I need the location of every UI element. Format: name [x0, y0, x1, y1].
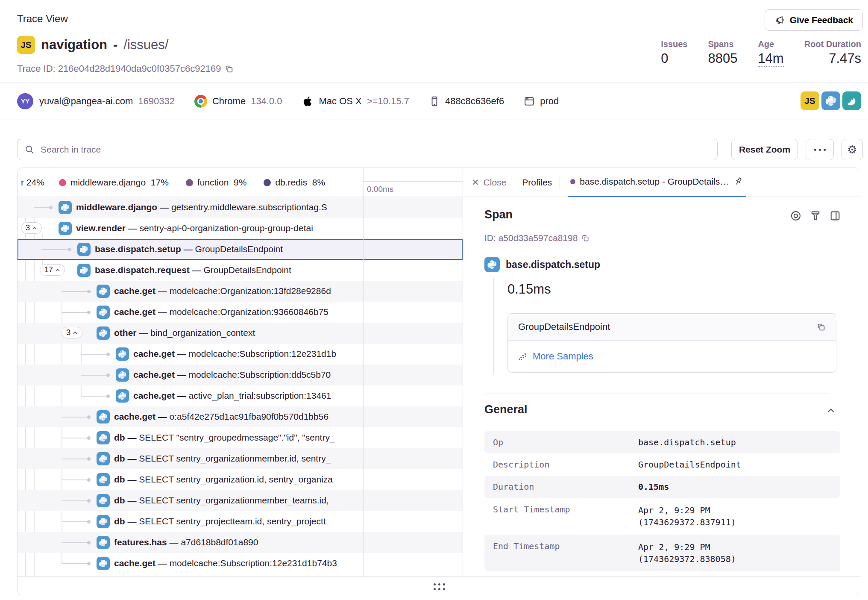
python-icon [97, 285, 110, 298]
focus-span-icon[interactable] [790, 210, 802, 222]
megaphone-icon [774, 15, 785, 25]
trace-span-row[interactable]: cache.get — modelcache:Subscription:dd5c… [18, 365, 463, 385]
legend-item[interactable]: db.redis 8% [264, 177, 325, 188]
connector-line [62, 417, 87, 418]
copy-icon[interactable] [816, 322, 826, 332]
expand-collapse-chip[interactable]: 3 [62, 327, 82, 338]
span-description-card: GroupDetailsEndpoint More Sampl [507, 313, 836, 373]
connector-line [62, 500, 87, 501]
give-feedback-button[interactable]: Give Feedback [765, 9, 863, 31]
device-icon [429, 96, 440, 107]
copy-icon[interactable] [581, 234, 589, 242]
trace-stats: Issues 0 Spans 8805 Age 14m Root Duratio… [661, 39, 861, 67]
connector-line [62, 542, 87, 543]
trace-span-row[interactable]: db — SELECT sentry_organizationmember.id… [18, 448, 463, 469]
span-row-label: cache.get — active_plan_trial:subscripti… [133, 391, 331, 401]
connector-dot [106, 394, 110, 398]
more-samples-link[interactable]: More Samples [533, 351, 593, 362]
connector-line [81, 375, 106, 376]
panel-resize-footer [18, 576, 860, 595]
python-icon [77, 243, 91, 256]
connector-dot [87, 415, 91, 419]
funnel-icon[interactable] [809, 210, 821, 222]
connector-line [62, 563, 87, 564]
stat-age: Age 14m [758, 39, 783, 67]
trace-search[interactable] [17, 139, 718, 160]
user-email: yuval@pangea-ai.com [39, 96, 133, 107]
trace-span-row[interactable]: db — SELECT sentry_organization.id, sent… [18, 469, 463, 490]
collapse-chevron-icon[interactable] [826, 406, 836, 416]
trace-span-row[interactable]: middleware.django — getsentry.middleware… [18, 197, 463, 218]
reset-zoom-button[interactable]: Reset Zoom [731, 139, 798, 160]
trace-span-row[interactable]: cache.get — modelcache:Subscription:12e2… [18, 344, 463, 365]
connector-dot [106, 374, 110, 377]
legend-item[interactable]: function 9% [186, 177, 247, 188]
connector-dot [68, 248, 71, 251]
tab-profiles[interactable]: Profiles [522, 177, 552, 188]
span-row-label: middleware.django — getsentry.middleware… [76, 202, 327, 212]
split-panel-icon[interactable] [829, 210, 841, 222]
trace-span-row[interactable]: 17base.dispatch.request — GroupDetailsEn… [18, 260, 463, 281]
connector-line [81, 396, 106, 397]
pin-icon[interactable] [733, 176, 743, 187]
span-section-heading: Span [484, 208, 513, 221]
span-op-dot-icon [570, 179, 575, 184]
trace-span-row[interactable]: cache.get — modelcache:Subscription:12e2… [18, 553, 463, 574]
connector-line [81, 354, 106, 355]
python-icon [77, 264, 91, 277]
legend-dot-icon [186, 179, 193, 186]
search-input[interactable] [40, 144, 710, 155]
trace-span-row[interactable]: base.dispatch.setup — GroupDetailsEndpoi… [18, 239, 463, 260]
connector-line [62, 438, 87, 438]
ops-breakdown-legend: r 24% middleware.django 17% function 9% … [21, 168, 325, 197]
details-tabbar: ✕ Close Profiles base.dispatch.setup - G… [463, 168, 860, 197]
close-panel-button[interactable]: ✕ Close [472, 177, 506, 188]
trace-span-row[interactable]: cache.get — active_plan_trial:subscripti… [18, 385, 463, 406]
python-icon [59, 201, 72, 214]
python-icon [97, 536, 110, 549]
trace-span-row[interactable]: cache.get — o:a5f42e275d1ac91fba90f0b570… [18, 406, 463, 427]
general-row-start-timestamp: Start Timestamp Apr 2, 9:29 PM(174362937… [484, 498, 840, 535]
device-id: 488c8c636ef6 [445, 96, 504, 107]
copy-icon[interactable] [224, 64, 234, 74]
description-value: GroupDetailsEndpoint [518, 321, 610, 332]
branch-line [493, 278, 494, 374]
python-icon [97, 326, 110, 340]
connector-line [62, 291, 87, 292]
trace-span-row[interactable]: db — SELECT sentry_projectteam.id, sentr… [18, 511, 463, 532]
tab-span-details[interactable]: base.dispatch.setup - GroupDetails… [568, 168, 746, 197]
span-row-label: db — SELECT sentry_organization.id, sent… [114, 474, 333, 485]
expand-collapse-chip[interactable]: 17 [40, 264, 65, 276]
user-avatar: YY [17, 93, 33, 109]
python-icon [116, 389, 129, 403]
connector-line [62, 521, 87, 522]
legend-item[interactable]: middleware.django 17% [59, 177, 169, 188]
trace-span-row[interactable]: db — SELECT "sentry_groupedmessage"."id"… [18, 427, 463, 448]
python-icon [97, 410, 110, 424]
python-icon [97, 452, 110, 465]
connector-dot [87, 436, 91, 440]
trace-span-row[interactable]: 3view.render — sentry-api-0-organization… [18, 218, 463, 239]
python-icon [97, 306, 110, 319]
trace-span-row[interactable]: cache.get — modelcache:Organization:9366… [18, 302, 463, 323]
general-row-op: Op base.dispatch.setup [484, 431, 840, 453]
trace-span-row[interactable]: features.has — a7d618b8df01a890 [18, 532, 463, 553]
expand-collapse-chip[interactable]: 3 [21, 222, 42, 234]
python-icon [116, 368, 129, 382]
span-details-panel: ✕ Close Profiles base.dispatch.setup - G… [463, 168, 860, 576]
trace-span-row[interactable]: 3other — bind_organization_context [18, 323, 463, 344]
trace-span-row[interactable]: db — SELECT sentry_organizationmember_te… [18, 490, 463, 511]
span-row-label: cache.get — modelcache:Organization:13fd… [114, 286, 331, 296]
more-options-button[interactable] [806, 139, 834, 160]
divider [560, 176, 560, 189]
connector-dot [87, 562, 91, 565]
drag-handle[interactable] [434, 583, 445, 590]
python-icon [59, 222, 72, 235]
title-separator: - [113, 37, 117, 53]
chrome-icon [194, 95, 207, 108]
settings-gear-button[interactable]: ⚙ [842, 139, 863, 160]
general-row-duration: Duration 0.15ms [484, 476, 840, 498]
trace-span-row[interactable]: cache.get — modelcache:Organization:13fd… [18, 281, 463, 302]
span-row-label: db — SELECT sentry_organizationmember.id… [114, 453, 331, 464]
connector-dot [106, 353, 110, 356]
